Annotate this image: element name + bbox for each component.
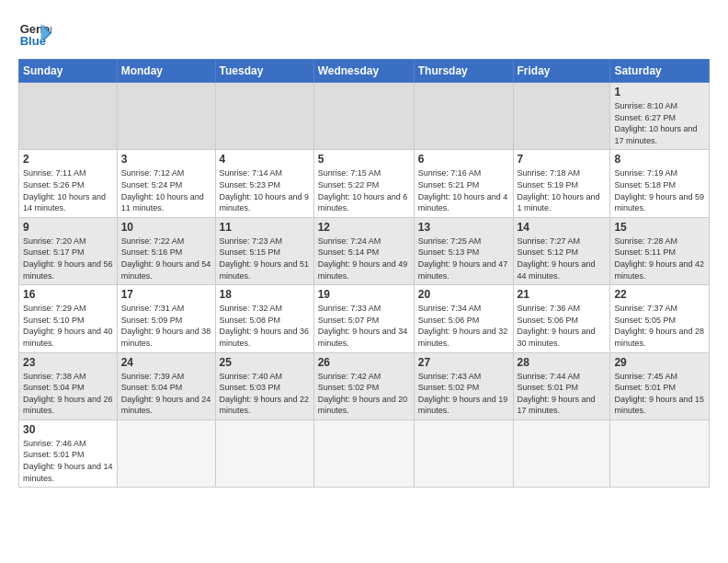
calendar-cell — [610, 419, 710, 487]
calendar-week-row: 23Sunrise: 7:38 AM Sunset: 5:04 PM Dayli… — [19, 352, 710, 419]
day-info: Sunrise: 7:37 AM Sunset: 5:05 PM Dayligh… — [614, 303, 705, 349]
day-number: 9 — [23, 221, 113, 234]
calendar-cell: 18Sunrise: 7:32 AM Sunset: 5:08 PM Dayli… — [215, 285, 313, 352]
day-info: Sunrise: 7:38 AM Sunset: 5:04 PM Dayligh… — [23, 371, 113, 417]
calendar-cell: 6Sunrise: 7:16 AM Sunset: 5:21 PM Daylig… — [414, 150, 513, 217]
day-number: 20 — [418, 288, 509, 301]
calendar-cell — [414, 83, 513, 150]
day-number: 24 — [121, 356, 211, 369]
weekday-header-saturday: Saturday — [610, 60, 710, 83]
day-number: 7 — [518, 153, 607, 166]
day-number: 8 — [614, 153, 705, 166]
calendar-cell: 7Sunrise: 7:18 AM Sunset: 5:19 PM Daylig… — [513, 150, 610, 217]
day-number: 6 — [418, 153, 509, 166]
calendar-cell: 3Sunrise: 7:12 AM Sunset: 5:24 PM Daylig… — [117, 150, 215, 217]
logo: General Blue — [18, 17, 51, 50]
calendar-header-row: SundayMondayTuesdayWednesdayThursdayFrid… — [19, 60, 710, 83]
day-number: 3 — [121, 153, 211, 166]
header: General Blue — [18, 17, 710, 50]
day-number: 1 — [614, 86, 705, 98]
calendar-cell: 12Sunrise: 7:24 AM Sunset: 5:14 PM Dayli… — [313, 217, 414, 284]
day-info: Sunrise: 7:24 AM Sunset: 5:14 PM Dayligh… — [318, 236, 410, 282]
day-number: 4 — [220, 153, 310, 166]
calendar-cell: 1Sunrise: 8:10 AM Sunset: 6:27 PM Daylig… — [610, 83, 710, 150]
day-number: 13 — [418, 221, 509, 234]
day-info: Sunrise: 7:45 AM Sunset: 5:01 PM Dayligh… — [614, 371, 705, 417]
weekday-header-monday: Monday — [117, 60, 215, 83]
calendar-cell: 14Sunrise: 7:27 AM Sunset: 5:12 PM Dayli… — [513, 217, 610, 284]
day-number: 12 — [318, 221, 410, 234]
calendar-cell — [215, 83, 313, 150]
calendar-cell: 30Sunrise: 7:46 AM Sunset: 5:01 PM Dayli… — [19, 419, 118, 487]
calendar-cell: 24Sunrise: 7:39 AM Sunset: 5:04 PM Dayli… — [117, 352, 215, 419]
calendar-cell: 5Sunrise: 7:15 AM Sunset: 5:22 PM Daylig… — [313, 150, 414, 217]
day-number: 30 — [23, 423, 113, 436]
day-info: Sunrise: 7:25 AM Sunset: 5:13 PM Dayligh… — [418, 236, 509, 282]
day-info: Sunrise: 7:12 AM Sunset: 5:24 PM Dayligh… — [121, 167, 211, 213]
calendar-cell: 29Sunrise: 7:45 AM Sunset: 5:01 PM Dayli… — [610, 352, 710, 419]
calendar-table: SundayMondayTuesdayWednesdayThursdayFrid… — [18, 59, 710, 488]
day-number: 14 — [518, 221, 607, 234]
weekday-header-tuesday: Tuesday — [215, 60, 313, 83]
calendar-cell: 17Sunrise: 7:31 AM Sunset: 5:09 PM Dayli… — [117, 285, 215, 352]
calendar-cell: 19Sunrise: 7:33 AM Sunset: 5:07 PM Dayli… — [313, 285, 414, 352]
day-info: Sunrise: 7:34 AM Sunset: 5:06 PM Dayligh… — [418, 303, 509, 349]
weekday-header-sunday: Sunday — [19, 60, 118, 83]
day-number: 21 — [518, 288, 607, 301]
day-info: Sunrise: 7:29 AM Sunset: 5:10 PM Dayligh… — [23, 303, 113, 349]
day-number: 29 — [614, 356, 705, 369]
page: General Blue SundayMondayTuesdayWednesda… — [0, 0, 728, 497]
day-info: Sunrise: 7:16 AM Sunset: 5:21 PM Dayligh… — [418, 167, 509, 213]
calendar-cell: 10Sunrise: 7:22 AM Sunset: 5:16 PM Dayli… — [117, 217, 215, 284]
calendar-cell — [313, 419, 414, 487]
calendar-cell: 13Sunrise: 7:25 AM Sunset: 5:13 PM Dayli… — [414, 217, 513, 284]
day-info: Sunrise: 7:36 AM Sunset: 5:06 PM Dayligh… — [518, 303, 607, 349]
calendar-cell: 2Sunrise: 7:11 AM Sunset: 5:26 PM Daylig… — [19, 150, 118, 217]
calendar-cell: 28Sunrise: 7:44 AM Sunset: 5:01 PM Dayli… — [513, 352, 610, 419]
day-info: Sunrise: 7:39 AM Sunset: 5:04 PM Dayligh… — [121, 371, 211, 417]
day-number: 17 — [121, 288, 211, 301]
calendar-cell: 4Sunrise: 7:14 AM Sunset: 5:23 PM Daylig… — [215, 150, 313, 217]
day-info: Sunrise: 7:40 AM Sunset: 5:03 PM Dayligh… — [220, 371, 310, 417]
calendar-cell — [117, 419, 215, 487]
day-info: Sunrise: 7:43 AM Sunset: 5:02 PM Dayligh… — [418, 371, 509, 417]
day-info: Sunrise: 7:18 AM Sunset: 5:19 PM Dayligh… — [518, 167, 607, 213]
day-info: Sunrise: 7:19 AM Sunset: 5:18 PM Dayligh… — [614, 167, 705, 213]
calendar-cell: 15Sunrise: 7:28 AM Sunset: 5:11 PM Dayli… — [610, 217, 710, 284]
day-number: 18 — [220, 288, 310, 301]
day-number: 2 — [23, 153, 113, 166]
calendar-cell — [117, 83, 215, 150]
weekday-header-wednesday: Wednesday — [313, 60, 414, 83]
day-info: Sunrise: 7:11 AM Sunset: 5:26 PM Dayligh… — [23, 167, 113, 213]
calendar-week-row: 2Sunrise: 7:11 AM Sunset: 5:26 PM Daylig… — [19, 150, 710, 217]
day-info: Sunrise: 7:46 AM Sunset: 5:01 PM Dayligh… — [23, 438, 113, 484]
calendar-cell: 25Sunrise: 7:40 AM Sunset: 5:03 PM Dayli… — [215, 352, 313, 419]
day-number: 27 — [418, 356, 509, 369]
day-number: 25 — [220, 356, 310, 369]
day-info: Sunrise: 7:28 AM Sunset: 5:11 PM Dayligh… — [614, 236, 705, 282]
calendar-week-row: 16Sunrise: 7:29 AM Sunset: 5:10 PM Dayli… — [19, 285, 710, 352]
day-info: Sunrise: 7:42 AM Sunset: 5:02 PM Dayligh… — [318, 371, 410, 417]
day-number: 5 — [318, 153, 410, 166]
day-number: 19 — [318, 288, 410, 301]
calendar-cell — [513, 83, 610, 150]
calendar-cell: 22Sunrise: 7:37 AM Sunset: 5:05 PM Dayli… — [610, 285, 710, 352]
day-number: 16 — [23, 288, 113, 301]
day-info: Sunrise: 7:32 AM Sunset: 5:08 PM Dayligh… — [220, 303, 310, 349]
day-info: Sunrise: 7:33 AM Sunset: 5:07 PM Dayligh… — [318, 303, 410, 349]
day-number: 23 — [23, 356, 113, 369]
day-info: Sunrise: 7:31 AM Sunset: 5:09 PM Dayligh… — [121, 303, 211, 349]
calendar-week-row: 1Sunrise: 8:10 AM Sunset: 6:27 PM Daylig… — [19, 83, 710, 150]
day-info: Sunrise: 8:10 AM Sunset: 6:27 PM Dayligh… — [614, 100, 705, 146]
calendar-cell — [19, 83, 118, 150]
calendar-cell: 9Sunrise: 7:20 AM Sunset: 5:17 PM Daylig… — [19, 217, 118, 284]
calendar-week-row: 9Sunrise: 7:20 AM Sunset: 5:17 PM Daylig… — [19, 217, 710, 284]
calendar-cell — [215, 419, 313, 487]
day-number: 15 — [614, 221, 705, 234]
day-info: Sunrise: 7:20 AM Sunset: 5:17 PM Dayligh… — [23, 236, 113, 282]
weekday-header-thursday: Thursday — [414, 60, 513, 83]
day-info: Sunrise: 7:14 AM Sunset: 5:23 PM Dayligh… — [220, 167, 310, 213]
calendar-cell: 27Sunrise: 7:43 AM Sunset: 5:02 PM Dayli… — [414, 352, 513, 419]
day-info: Sunrise: 7:22 AM Sunset: 5:16 PM Dayligh… — [121, 236, 211, 282]
day-number: 10 — [121, 221, 211, 234]
